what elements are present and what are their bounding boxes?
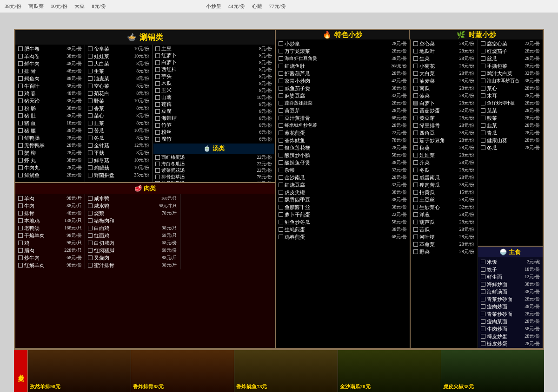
sp10: 黄豆芽28元/份 (277, 107, 409, 114)
sea8: 菠菜28元/份 (412, 92, 477, 99)
right-panel: 🔥 特色小炒 🌿 时蔬小炒 小炒皇28元/份 万宁 (276, 30, 543, 348)
mr4: 猪梅肉和 (86, 217, 179, 224)
sea5: 大白菜28元/份 (412, 70, 477, 77)
seas5: 鸡汁大白菜32元/份 (479, 70, 542, 77)
promo-label-3: 香炸鱿鱼78元 (236, 383, 267, 390)
st7: 瘦肉炒面38元/份 (479, 303, 542, 310)
seas11: 酸菜28元/份 (479, 114, 542, 122)
v15: 平菇8元/份 (86, 149, 151, 157)
mr3: 烧鹅78元/斤 (86, 209, 179, 217)
mr5: 白面鸡98元/只 (86, 224, 179, 232)
v10: 菜心8元/份 (86, 112, 151, 119)
m3: 排骨48元/份 (16, 209, 84, 217)
staple-section: 🍚 主食 米饭2元/碗 饺子18元/份 鲜生面12元/份 海鲜炒面38元/份 海… (478, 246, 543, 348)
sp22: 飘香四季豆38元/份 (277, 196, 409, 203)
hotpot-item-15: 蟹 柳28元/份 (16, 149, 84, 157)
sp6: 家常小炒肉42元/份 (277, 77, 409, 85)
m9: 炒牛肉68元/份 (16, 254, 84, 261)
ov2: 红萝卜8元/份 (153, 52, 274, 59)
sea25: 葫芦瓜28元/份 (412, 218, 477, 226)
sea2: 地瓜叶28元/份 (412, 47, 477, 55)
special-title-area: 🔥 特色小炒 (276, 30, 410, 39)
sea16: 娃娃菜28元/份 (412, 151, 477, 159)
seasonal-top: 腐空心菜22元/份 红烧茄子28元/份 丝瓜28元/份 手撕包菜28元/份 鸡汁… (478, 39, 543, 246)
s3: 紫菜蛋花汤22元/份 (153, 167, 274, 174)
promo-item-5: 虎皮尖椒38元 (441, 350, 544, 392)
top-nav: 38元/份 南瓜菜 10元/份 大豆 8元/份 小炒皇 44元/份 心蔬 77元… (0, 0, 558, 13)
seas15: 冬瓜28元/份 (479, 144, 542, 151)
mr1: 咸水鸭168元/只 (86, 195, 179, 202)
meat-title: 🥩 肉类 (15, 183, 275, 194)
hotpot-item-3: 鲜牛肉48元/份 (16, 60, 84, 67)
left-panel: 🍲 涮锅类 肥牛卷38元/份 羊肉卷38元/份 鲜牛肉48元/份 排 骨48元/… (15, 30, 276, 348)
sea14: 茄子炒豆角28元/份 (412, 137, 477, 144)
v11: 韭菜8元/份 (86, 119, 151, 127)
sea7: 南瓜28元/份 (412, 85, 477, 92)
promo-item-3: 香炸鱿鱼78元 (234, 350, 338, 392)
v4: 生菜8元/份 (86, 67, 151, 75)
st3: 鲜生面12元/份 (479, 273, 542, 281)
sp14: 香炸鱿鱼78元/份 (277, 137, 409, 144)
right-content: 小炒皇28元/份 万宁龙滚菜28元/份 海白虾仁豆角煲38元/份 红烧鱼肚208… (276, 39, 543, 348)
st12: 梿皮炒蛋28元/份 (479, 340, 542, 347)
mr2: 咸水鸭98元/半只 (86, 202, 179, 209)
st10: 牛肉炒面58元/份 (479, 325, 542, 333)
m4: 本地鸡138元/只 (16, 217, 84, 224)
hotpot-item-11: 猪 血18元/份 (16, 119, 84, 127)
seas7: 菜心28元/份 (479, 85, 542, 92)
v6: 空心菜8元/份 (86, 82, 151, 90)
m1: 羊肉98元/斤 (16, 195, 84, 202)
st9: 瘦肉菜面28元/份 (479, 318, 542, 325)
ov7: 玉米8元/份 (153, 87, 274, 94)
promo-label-5: 虎皮尖椒38元 (443, 383, 474, 390)
sea23: 生炒菜心32元/份 (412, 203, 477, 211)
st8: 青菜炒砂面28元/份 (479, 310, 542, 318)
sp5: 虾酱葫芦瓜28元/份 (277, 70, 409, 77)
sea26: 苦瓜28元/份 (412, 226, 477, 233)
seasonal-col1: 空心菜28元/份 地瓜叶28元/份 生菜28元/份 小菊花28元/份 大白菜28… (411, 39, 478, 348)
hotpot-item-10: 猪 肚38元/份 (16, 112, 84, 119)
sea9: 白萝卜28元/份 (412, 99, 477, 107)
sea29: 野菜28元/份 (412, 248, 477, 255)
mr9: 叉烧肉88元/斤 (86, 254, 179, 261)
sea6: 油麦菜28元/份 (412, 77, 477, 85)
promo-label-2: 香炸排骨88元 (133, 383, 164, 390)
m10: 红焖羊肉98元/份 (16, 261, 84, 269)
v3: 大白菜8元/份 (86, 60, 151, 67)
v13: 冬瓜8元/份 (86, 134, 151, 142)
sp23: 鱼腊酱千丝38元/份 (277, 203, 409, 211)
v14: 金针菇12元/份 (86, 142, 151, 149)
sp13: 葱花煎蛋22元/份 (277, 129, 409, 137)
v16: 鲜冬菇10元/份 (86, 157, 151, 164)
ov14: 腐竹6元/份 (153, 136, 274, 143)
hotpot-item-7: 鸡 春48元/份 (16, 90, 84, 97)
st2: 饺子18元/份 (479, 266, 542, 273)
sp8: 麻婆豆腐32元/份 (277, 92, 409, 99)
sp25: 鲑鱼炒冬瓜58元/份 (277, 218, 409, 226)
sea10: 番茄炒蛋32元/份 (412, 107, 477, 114)
staple-title: 🍚 主食 (478, 247, 543, 257)
sp20: 红烧豆腐32元/份 (277, 181, 409, 189)
mr7: 白切咸肉68元/份 (86, 239, 179, 247)
ov10: 豆腐8元/份 (153, 108, 274, 115)
sea18: 冬瓜28元/份 (412, 166, 477, 174)
sea11: 黄豆芽28元/份 (412, 114, 477, 122)
sp24: 萝卜干煎蛋22元/份 (277, 211, 409, 218)
sea17: 芥菜28元/份 (412, 159, 477, 166)
ov5: 芋头8元/份 (153, 73, 274, 80)
sp11: 豆汁蒸排骨68元/份 (277, 114, 409, 122)
s4: 排骨虫草汤78元/份 (153, 174, 274, 180)
ov1: 土豆8元/份 (153, 45, 274, 52)
mr10: 蜜汁排骨98元/斤 (86, 261, 179, 269)
st4: 海鲜炒面38元/份 (479, 281, 542, 288)
promo-label-1: 孜然羊排98元 (30, 383, 60, 390)
seas12: 韭菜28元/份 (479, 122, 542, 129)
seas8: 木耳28元/份 (479, 92, 542, 99)
promo-bar: 必点菜 孜然羊排98元 香炸排骨88元 香炸鱿鱼78元 金沙南瓜28元 虎皮尖椒… (14, 349, 544, 392)
sp2: 万宁龙滚菜28元/份 (277, 47, 409, 55)
sea27: 河叶梗28元/份 (412, 233, 477, 241)
seas2: 红烧茄子28元/份 (479, 47, 542, 55)
hotpot-title: 🍲 涮锅类 (15, 30, 275, 45)
v9: 香菜8元/份 (86, 105, 151, 112)
seasonal-col2: 腐空心菜22元/份 红烧茄子28元/份 丝瓜28元/份 手撕包菜28元/份 鸡汁… (478, 39, 543, 348)
